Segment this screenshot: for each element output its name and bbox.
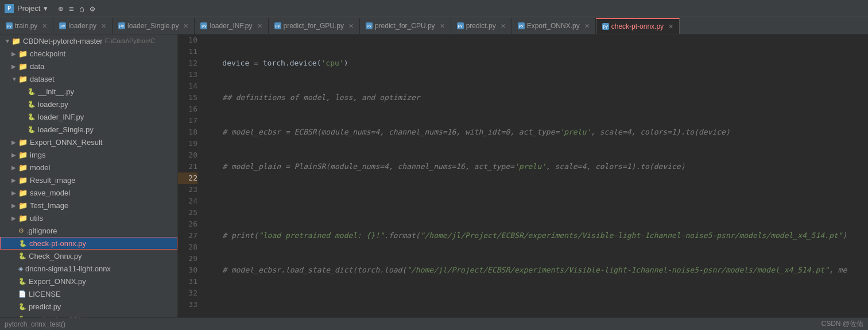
- status-right: CSDN @佐佑: [821, 319, 863, 329]
- tab-loader-inf-py[interactable]: py loader_INF.py ✕: [195, 18, 268, 34]
- sidebar-project-root[interactable]: 📁 CBDNet-pytorch-master F:\Code\Python\C: [0, 34, 177, 47]
- title-bar: P Project ▾ ⊕ ≡ ⌂ ⚙: [0, 0, 868, 17]
- title-bar-icons: ⊕ ≡ ⌂ ⚙: [58, 4, 95, 13]
- tab-label: Export_ONNX.py: [527, 22, 580, 30]
- tab-train-py[interactable]: py train.py ✕: [0, 18, 53, 34]
- sidebar-item-check-pt-onnx[interactable]: 🐍 check-pt-onnx.py: [0, 237, 177, 250]
- py-file-icon: 🐍: [19, 240, 27, 247]
- py-icon: py: [366, 22, 373, 29]
- arrow-icon: [5, 38, 11, 44]
- tab-close[interactable]: ✕: [101, 22, 106, 30]
- item-label: checkpoint: [30, 49, 65, 58]
- code-line: device = torch.device('cpu'): [204, 57, 868, 69]
- folder-icon: 📁: [18, 189, 28, 197]
- py-icon: py: [6, 22, 13, 29]
- tab-close[interactable]: ✕: [668, 23, 673, 30]
- tab-label: predict_for_GPU.py: [284, 22, 344, 30]
- folder-icon: 📁: [18, 62, 28, 71]
- item-label: data: [30, 62, 44, 71]
- tab-close[interactable]: ✕: [183, 22, 188, 30]
- sidebar-item-gitignore[interactable]: ⚙ .gitignore: [0, 224, 177, 237]
- sidebar-item-loader[interactable]: 🐍 loader.py: [0, 98, 177, 110]
- sidebar-item-model[interactable]: 📁 model: [0, 161, 177, 174]
- sidebar-item-predict-cpu[interactable]: 🐍 predict_for_CPU.py: [0, 313, 177, 317]
- tab-predict-gpu-py[interactable]: py predict_for_GPU.py ✕: [269, 18, 360, 34]
- folder-icon: 📁: [18, 151, 28, 159]
- sidebar-item-checkpoint[interactable]: 📁 checkpoint: [0, 47, 177, 60]
- onnx-file-icon: ◈: [18, 265, 23, 273]
- code-line: [204, 299, 868, 310]
- folder-icon: 📁: [18, 138, 28, 147]
- sidebar-item-export-onnx-result[interactable]: 📁 Export_ONNX_Result: [0, 136, 177, 148]
- code-editor[interactable]: device = torch.device('cpu') ## definiti…: [202, 34, 868, 317]
- code-line: # model_plain = PlainSR(module_nums=4, c…: [204, 161, 868, 172]
- sidebar-item-utils[interactable]: 📁 utils: [0, 212, 177, 224]
- sidebar-item-result-image[interactable]: 📁 Result_image: [0, 174, 177, 186]
- item-label: check-pt-onnx.py: [29, 239, 86, 248]
- tab-label: loader_Single.py: [127, 22, 179, 30]
- folder-icon: 📁: [18, 214, 28, 222]
- arrow-icon: [11, 190, 18, 196]
- sidebar-item-test-image[interactable]: 📁 Test_Image: [0, 199, 177, 212]
- project-icon: P: [5, 4, 14, 13]
- py-file-icon: 🐍: [28, 101, 36, 108]
- editor-content: 10 11 12 13 14 15 16 17 18 19 20 21 22 2…: [178, 34, 868, 317]
- settings-icon[interactable]: ⚙: [90, 4, 95, 13]
- tab-label: predict.py: [466, 22, 496, 30]
- sidebar-item-export-onnx-py[interactable]: 🐍 Export_ONNX.py: [0, 275, 177, 287]
- function-context: pytorch_onnx_test(): [5, 320, 65, 328]
- list-icon[interactable]: ≡: [69, 4, 73, 13]
- sidebar-item-predict-py[interactable]: 🐍 predict.py: [0, 300, 177, 313]
- sidebar-item-loader-inf[interactable]: 🐍 loader_INF.py: [0, 110, 177, 123]
- py-file-icon: 🐍: [18, 303, 26, 310]
- py-file-icon: 🐍: [28, 113, 36, 121]
- sidebar-item-data[interactable]: 📁 data: [0, 60, 177, 72]
- tab-close[interactable]: ✕: [501, 22, 506, 30]
- sidebar-item-dncnn-onnx[interactable]: ◈ dncnn-sigma11-light.onnx: [0, 262, 177, 275]
- sidebar-item-check-onnx[interactable]: 🐍 Check_Onnx.py: [0, 250, 177, 262]
- csdn-user: CSDN @佐佑: [821, 319, 863, 329]
- tab-loader-py[interactable]: py loader.py ✕: [53, 18, 113, 34]
- tab-predict-cpu-py[interactable]: py predict_for_CPU.py ✕: [360, 18, 451, 34]
- tab-close[interactable]: ✕: [257, 22, 262, 30]
- project-dropdown[interactable]: ▾: [44, 4, 48, 13]
- tab-check-pt-onnx-py[interactable]: py check-pt-onnx.py ✕: [596, 18, 680, 34]
- tab-close[interactable]: ✕: [348, 22, 354, 30]
- arrow-icon: [11, 202, 18, 209]
- main-area: 📁 CBDNet-pytorch-master F:\Code\Python\C…: [0, 34, 868, 317]
- add-icon[interactable]: ⊕: [58, 4, 63, 13]
- item-label: loader.py: [38, 100, 68, 109]
- tab-export-onnx-py[interactable]: py Export_ONNX.py ✕: [512, 18, 596, 34]
- arrow-icon: [11, 177, 18, 183]
- sidebar-item-save-model[interactable]: 📁 save_model: [0, 186, 177, 199]
- tab-predict-py[interactable]: py predict.py ✕: [451, 18, 512, 34]
- sidebar-item-loader-single[interactable]: 🐍 loader_Single.py: [0, 123, 177, 136]
- project-label[interactable]: Project: [17, 4, 40, 13]
- item-label: dataset: [30, 75, 55, 83]
- py-file-icon: 🐍: [28, 88, 36, 95]
- sidebar-item-init[interactable]: 🐍 __init__.py: [0, 85, 177, 98]
- py-file-icon: 🐍: [18, 278, 26, 285]
- py-file-icon: 🐍: [18, 252, 26, 260]
- sidebar-item-imgs[interactable]: 📁 imgs: [0, 148, 177, 161]
- arrow-icon: [11, 215, 18, 221]
- tab-close[interactable]: ✕: [440, 22, 445, 30]
- folder-icon: 📁: [18, 49, 28, 58]
- folder-icon: 📁: [18, 75, 28, 83]
- home-icon[interactable]: ⌂: [79, 4, 84, 13]
- item-label: Check_Onnx.py: [29, 252, 82, 260]
- tab-close[interactable]: ✕: [42, 22, 47, 30]
- py-icon: py: [200, 22, 207, 29]
- tab-loader-single-py[interactable]: py loader_Single.py ✕: [113, 18, 195, 34]
- sidebar: 📁 CBDNet-pytorch-master F:\Code\Python\C…: [0, 34, 178, 317]
- tab-label: loader.py: [68, 22, 96, 30]
- tabs-bar: py train.py ✕ py loader.py ✕ py loader_S…: [0, 17, 868, 34]
- sidebar-item-license[interactable]: 📄 LICENSE: [0, 287, 177, 300]
- tab-label: predict_for_CPU.py: [375, 22, 435, 30]
- tab-close[interactable]: ✕: [584, 22, 590, 30]
- py-icon: py: [274, 22, 281, 29]
- sidebar-item-dataset[interactable]: 📁 dataset: [0, 72, 177, 85]
- line-numbers: 10 11 12 13 14 15 16 17 18 19 20 21 22 2…: [178, 34, 202, 317]
- status-bar: pytorch_onnx_test() CSDN @佐佑: [0, 317, 868, 330]
- item-label: utils: [30, 214, 43, 222]
